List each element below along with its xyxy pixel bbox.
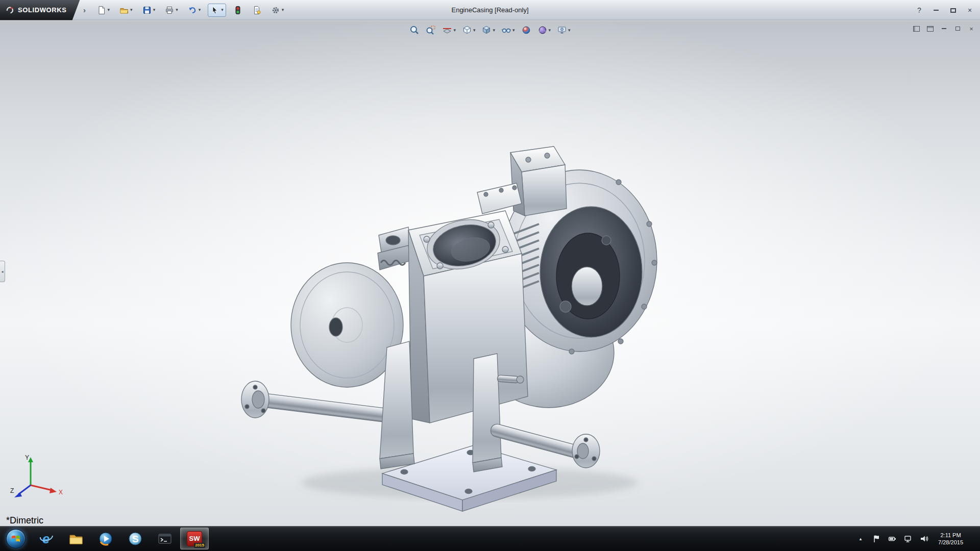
print-icon: [165, 6, 174, 15]
chevron-down-icon[interactable]: ▾: [453, 28, 456, 33]
open-button[interactable]: ▾: [117, 4, 135, 17]
chevron-down-icon[interactable]: ▾: [473, 28, 476, 33]
standard-toolbar: ▾ ▾ ▾ ▾: [94, 4, 287, 17]
apply-scene-button[interactable]: ▾: [536, 24, 553, 36]
zoom-to-fit-button[interactable]: [408, 24, 421, 36]
minimize-button[interactable]: [931, 4, 941, 17]
model-viewport[interactable]: [0, 21, 980, 526]
options-button[interactable]: ▾: [268, 4, 287, 17]
clock-time: 2:11 PM: [938, 532, 963, 539]
crankcase-block[interactable]: [408, 211, 528, 423]
edit-appearance-button[interactable]: [520, 24, 533, 36]
doc-close-button[interactable]: ×: [967, 24, 976, 33]
power-status-button[interactable]: [887, 532, 897, 545]
apply-scene-icon: [537, 25, 548, 35]
hide-show-items-button[interactable]: ▾: [500, 24, 517, 36]
taskbar-internet-explorer[interactable]: e: [32, 528, 61, 549]
chevron-down-icon[interactable]: ▾: [153, 8, 156, 12]
save-button[interactable]: ▾: [140, 4, 158, 17]
zoom-to-area-button[interactable]: [424, 24, 437, 36]
restore-icon: [950, 8, 956, 13]
show-hidden-icons-button[interactable]: ▴: [855, 532, 866, 545]
close-button[interactable]: ×: [965, 4, 975, 17]
front-axle[interactable]: [241, 381, 391, 422]
clock-date: 7/28/2015: [938, 539, 963, 546]
taskbar-solidworks-launcher[interactable]: S: [121, 528, 150, 549]
view-settings-icon: [557, 25, 567, 35]
help-button[interactable]: ?: [914, 4, 924, 17]
section-view-button[interactable]: ▾: [440, 24, 457, 36]
chevron-down-icon[interactable]: ▾: [130, 8, 133, 12]
taskbar-media-player[interactable]: [91, 528, 120, 549]
split-pane-icon: [927, 26, 934, 32]
display-style-icon: [481, 25, 492, 35]
svg-text:e: e: [42, 531, 50, 546]
chevron-down-icon[interactable]: ▾: [199, 8, 201, 12]
brand-name: SOLIDWORKS: [18, 6, 67, 14]
display-style-button[interactable]: ▾: [480, 24, 497, 36]
section-view-icon: [442, 25, 452, 35]
view-settings-button[interactable]: ▾: [555, 24, 572, 36]
save-icon: [142, 6, 152, 15]
view-orientation-button[interactable]: ▾: [460, 24, 477, 36]
new-button[interactable]: ▾: [94, 4, 113, 17]
zoom-to-area-icon: [426, 25, 436, 35]
chevron-down-icon[interactable]: ▾: [108, 8, 110, 12]
action-center-button[interactable]: [871, 532, 881, 545]
doc-minimize-button[interactable]: [939, 24, 948, 33]
file-properties-button[interactable]: [250, 4, 264, 17]
chevron-down-icon[interactable]: ▾: [568, 28, 571, 33]
action-center-flag-icon: [872, 534, 881, 543]
chevron-down-icon[interactable]: ▾: [221, 8, 224, 12]
pane-icon: [913, 26, 920, 32]
taskbar-solidworks-2015[interactable]: SW 2015: [180, 528, 209, 549]
document-window-controls: ×: [912, 24, 976, 33]
solidworks-menu[interactable]: SOLIDWORKS: [0, 0, 80, 20]
undo-button[interactable]: ▾: [185, 4, 204, 17]
taskbar-clock[interactable]: 2:11 PM 7/28/2015: [935, 532, 967, 546]
reed-valve-block[interactable]: [510, 146, 567, 216]
hide-show-items-icon: [501, 25, 511, 35]
select-button[interactable]: ▾: [208, 4, 226, 17]
x-axis-arrow: [50, 488, 57, 493]
volume-button[interactable]: [919, 532, 929, 545]
taskbar-command-prompt[interactable]: [151, 528, 179, 549]
taskbar-windows-explorer[interactable]: [62, 528, 90, 549]
minimize-icon: [942, 28, 946, 29]
taskbar-apps: e S: [32, 526, 209, 551]
rebuild-icon: [233, 6, 242, 15]
solidworks-2015-badge: 2015: [194, 543, 205, 548]
view-orientation-label: *Dimetric: [6, 515, 43, 526]
command-prompt-icon: [157, 531, 173, 546]
mount-bracket[interactable]: [378, 227, 411, 270]
restore-icon: [955, 27, 960, 31]
doc-restore-button[interactable]: [953, 24, 962, 33]
print-button[interactable]: ▾: [162, 4, 181, 17]
doc-window-pane-button[interactable]: [912, 24, 921, 33]
chevron-down-icon[interactable]: ▾: [176, 8, 178, 12]
engine-casing-model[interactable]: [241, 146, 657, 511]
dowel-pin[interactable]: [497, 375, 524, 383]
chevron-down-icon[interactable]: ▾: [493, 28, 495, 33]
network-status-button[interactable]: [903, 532, 913, 545]
z-axis-label: Z: [10, 487, 14, 494]
featuremanager-collapse-handle[interactable]: ◂: [0, 261, 5, 282]
chevron-down-icon[interactable]: ▾: [549, 28, 551, 33]
edit-appearance-icon: [521, 25, 531, 35]
chevron-down-icon[interactable]: ▾: [282, 8, 284, 12]
svg-text:S: S: [132, 534, 139, 544]
menu-expand-arrow[interactable]: ›: [81, 6, 88, 14]
document-title: EngineCasing [Read-only]: [451, 6, 528, 14]
folder-icon: [68, 531, 84, 546]
x-axis-label: X: [59, 489, 63, 496]
taskbar: e S: [0, 526, 980, 551]
select-cursor-icon: [210, 6, 219, 15]
open-folder-icon: [119, 6, 129, 15]
chevron-down-icon[interactable]: ▾: [512, 28, 515, 33]
rebuild-button[interactable]: [231, 4, 245, 17]
graphics-area: ▾ ▾ ▾ ▾: [0, 21, 980, 526]
doc-window-split-button[interactable]: [925, 24, 935, 33]
maximize-button[interactable]: [948, 4, 958, 17]
system-tray: ▴: [855, 526, 980, 551]
start-button[interactable]: [0, 526, 32, 551]
